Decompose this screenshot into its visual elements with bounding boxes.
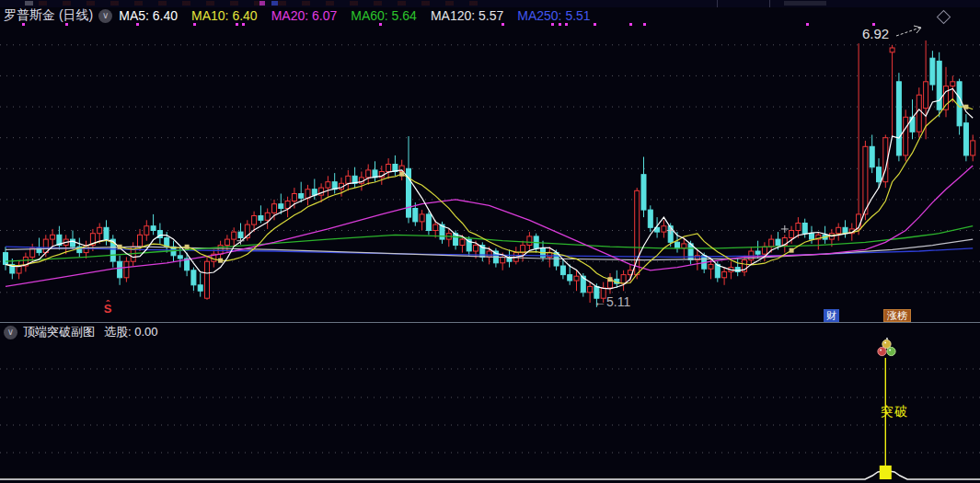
- magenta-signal-dot: [643, 23, 646, 26]
- magenta-signal-dot: [806, 23, 809, 26]
- magenta-signal-dot: [193, 23, 196, 26]
- finance-badge[interactable]: 财: [824, 309, 839, 322]
- high-price-label: 6.92: [862, 26, 889, 41]
- gainers-badge[interactable]: 涨榜: [883, 309, 911, 322]
- magenta-signal-dot: [502, 23, 504, 26]
- magenta-signal-dot: [594, 23, 596, 26]
- high-price-arrow-icon: [894, 24, 929, 40]
- magenta-signal-dot: [559, 23, 561, 26]
- magenta-signal-dot: [236, 23, 238, 26]
- magenta-signal-dot: [565, 23, 568, 26]
- stock-chart-app: 罗普斯金 (日线) ∨ MA5: 6.40MA10: 6.40MA20: 6.0…: [0, 0, 980, 483]
- low-price-label: ←5.11: [594, 294, 630, 309]
- magenta-signal-dot: [379, 23, 382, 26]
- price-chart-canvas[interactable]: [0, 0, 980, 483]
- indicator-value: 选股: 0.00: [104, 324, 158, 340]
- chevron-down-icon[interactable]: ∨: [4, 326, 17, 339]
- sub-panel-header: ∨ 顶端突破副图 选股: 0.00: [4, 325, 158, 339]
- breakout-signal-label: 突破: [881, 404, 908, 420]
- magenta-signal-dot: [65, 23, 68, 26]
- indicator-name: 顶端突破副图: [23, 324, 95, 340]
- magenta-signal-dot: [551, 23, 554, 26]
- panel-divider[interactable]: [0, 322, 980, 323]
- sell-signal-marker: ˆ S: [100, 301, 115, 312]
- magenta-signal-dot: [629, 23, 632, 26]
- magenta-signal-dot: [242, 23, 245, 26]
- magenta-signal-dot: [136, 23, 139, 26]
- magenta-signal-dot: [22, 23, 25, 26]
